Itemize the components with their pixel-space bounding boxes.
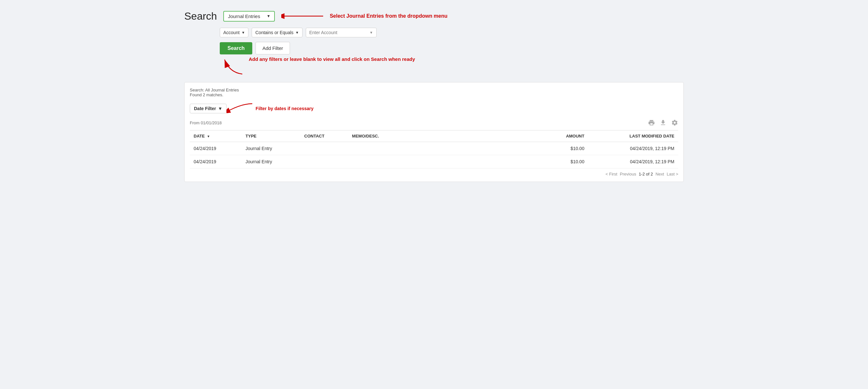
date-from-text: From 01/01/2018 [190,121,222,125]
pagination-previous[interactable]: Previous [620,172,636,176]
table-header: DATE ▼ TYPE CONTACT MEMO/DESC. AMOUNT LA… [190,130,678,142]
pagination-last[interactable]: Last > [666,172,678,176]
col-contact: CONTACT [300,130,348,142]
table-row[interactable]: 04/24/2019 Journal Entry $10.00 04/24/20… [190,155,678,168]
table-body: 04/24/2019 Journal Entry $10.00 04/24/20… [190,142,678,168]
results-controls: From 01/01/2018 [190,119,678,126]
cell-type-1: Journal Entry [242,142,300,155]
col-type: TYPE [242,130,300,142]
cell-amount-1: $10.00 [544,142,588,155]
date-sort-icon: ▼ [207,135,210,138]
condition-label: Contains or Equals [255,30,293,35]
pagination-range: 1-2 of 2 [639,172,653,176]
top-annotation-text: Select Journal Entries from the dropdown… [330,13,447,19]
search-arrow-annotation [220,56,249,76]
results-panel: Search: All Journal Entries Found 2 matc… [184,82,684,182]
date-filter-annotation-text: Filter by dates if necessary [255,106,313,111]
page-container: Search Journal Entries ▼ Select Journal … [184,10,684,182]
condition-dropdown[interactable]: Contains or Equals ▼ [252,28,302,37]
cell-contact-1 [300,142,348,155]
account-arrow: ▼ [242,31,245,34]
settings-icon[interactable] [671,119,678,126]
dropdown-label: Journal Entries [228,13,260,19]
pagination-first[interactable]: < First [606,172,617,176]
account-input[interactable] [309,30,368,35]
account-label: Account [223,30,240,35]
buttons-row: Search Add Filter [220,42,684,55]
cell-modified-2: 04/24/2019, 12:19 PM [588,155,678,168]
search-button[interactable]: Search [220,42,252,55]
below-annotation-text: Add any filters or leave blank to view a… [249,56,415,62]
account-dropdown[interactable]: Account ▼ [220,28,248,37]
pagination: < First Previous 1-2 of 2 Next Last > [190,172,678,176]
table-row[interactable]: 04/24/2019 Journal Entry $10.00 04/24/20… [190,142,678,155]
col-memo: MEMO/DESC. [348,130,544,142]
results-info: Search: All Journal Entries Found 2 matc… [190,88,678,97]
results-info-line1: Search: All Journal Entries [190,88,678,92]
print-icon[interactable] [648,119,655,126]
col-date[interactable]: DATE ▼ [190,130,242,142]
cell-memo-1 [348,142,544,155]
col-last-modified: LAST MODIFIED DATE [588,130,678,142]
export-icon[interactable] [659,119,666,126]
page-title: Search [184,10,217,22]
cell-modified-1: 04/24/2019, 12:19 PM [588,142,678,155]
col-amount: AMOUNT [544,130,588,142]
add-filter-button[interactable]: Add Filter [255,42,290,55]
cell-date-2: 04/24/2019 [190,155,242,168]
date-filter-arrow-annotation [226,100,252,117]
date-filter-button[interactable]: Date Filter ▼ [190,104,226,114]
input-arrow[interactable]: ▼ [370,31,373,34]
pagination-next[interactable]: Next [655,172,664,176]
cell-amount-2: $10.00 [544,155,588,168]
results-icons [648,119,678,126]
cell-contact-2 [300,155,348,168]
below-annotation-area: Add any filters or leave blank to view a… [220,56,684,76]
results-info-line2: Found 2 matches. [190,92,678,97]
date-filter-label: Date Filter [194,106,216,111]
account-input-container: ▼ [306,28,377,37]
results-controls-left: From 01/01/2018 [190,121,222,125]
date-filter-with-annotation: Date Filter ▼ Filter by dates if necessa… [190,100,313,117]
date-annotation-area: Date Filter ▼ Filter by dates if necessa… [190,100,678,117]
journal-entries-dropdown[interactable]: Journal Entries ▼ [223,11,275,22]
cell-memo-2 [348,155,544,168]
filter-row: Account ▼ Contains or Equals ▼ ▼ [220,28,684,37]
condition-arrow: ▼ [296,31,299,34]
date-filter-arrow: ▼ [218,106,222,111]
results-table: DATE ▼ TYPE CONTACT MEMO/DESC. AMOUNT LA… [190,130,678,168]
cell-type-2: Journal Entry [242,155,300,168]
dropdown-arrow: ▼ [267,14,271,18]
search-header: Search Journal Entries ▼ Select Journal … [184,10,684,23]
cell-date-1: 04/24/2019 [190,142,242,155]
dropdown-arrow-annotation [281,10,323,23]
